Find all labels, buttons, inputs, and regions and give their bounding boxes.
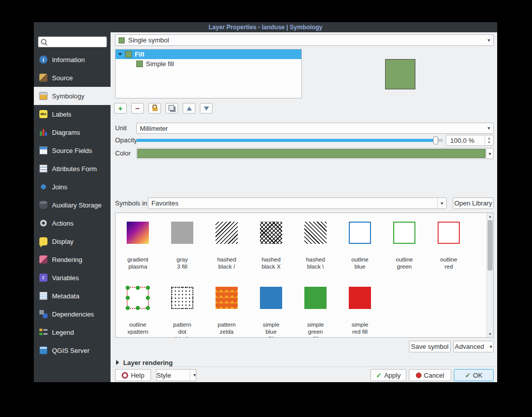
collapsed-arrow-icon[interactable] [116,360,119,365]
symbol-item-gray-3-fill[interactable]: gray 3 fill [160,213,204,278]
sidebar-item-auxiliary-storage[interactable]: Auxiliary Storage [34,196,111,214]
sidebar-item-qgis-server[interactable]: QGIS Server [34,341,111,359]
symbol-label: pattern zelda [204,321,249,335]
sidebar-item-display[interactable]: Display [34,232,111,250]
search-input[interactable] [48,38,104,46]
symbol-layer-toolbar [114,103,212,114]
spin-up-icon[interactable] [488,136,491,140]
grid-scrollbar[interactable] [487,213,493,337]
open-library-button[interactable]: Open Library [453,197,494,209]
symbol-item-gradient-plasma[interactable]: gradient plasma [116,213,160,278]
sidebar-item-label: Actions [52,220,74,227]
advanced-button[interactable]: Advanced [453,341,494,352]
outline-green-preview [393,222,415,244]
layer-rendering-section[interactable]: Layer rendering [111,356,497,369]
chevron-down-icon[interactable] [486,148,493,159]
expander-icon[interactable] [118,53,122,56]
legend-icon [39,328,47,336]
fill-symbol-icon [125,51,132,58]
sidebar-item-information[interactable]: Information [34,50,111,69]
spin-down-icon[interactable] [488,140,491,144]
help-button[interactable]: Help [115,369,151,381]
symbol-item-pattern-zelda[interactable]: pattern zelda [204,278,249,338]
sidebar-item-legend[interactable]: Legend [34,323,111,341]
symbol-item-pattern-dot-black[interactable]: pattern dot black [160,278,204,338]
opacity-slider-handle[interactable] [433,136,438,144]
ok-button[interactable]: OK [454,369,494,381]
opacity-value[interactable]: 100.0 % [446,137,485,144]
sidebar-item-label: Dependencies [52,310,94,318]
sidebar-item-diagrams[interactable]: Diagrams [34,123,111,141]
remove-symbol-layer-button[interactable] [131,103,144,114]
attributes-form-icon [39,165,47,173]
symbol-item-outline-red[interactable]: outline red [427,213,471,278]
sidebar-item-actions[interactable]: Actions [34,214,111,232]
unit-select[interactable]: Millimeter [136,123,494,134]
color-button[interactable] [136,148,494,159]
symbology-icon [39,92,47,100]
symbol-item-simple-blue-fill[interactable]: simple blue fill [249,278,293,338]
sidebar-item-labels[interactable]: Labels [34,105,111,123]
window-body: Information Source Symbology Labels Diag… [34,32,497,382]
renderer-select[interactable]: Single symbol [115,34,494,46]
add-symbol-layer-button[interactable] [114,103,127,114]
display-icon [39,237,47,245]
outline-red-preview [438,222,460,244]
sidebar-item-label: Source [52,74,73,82]
gradient-plasma-preview [127,222,149,244]
hashed-black-x-preview [260,222,282,244]
opacity-label: Opacity [115,135,137,146]
sidebar-item-dependencies[interactable]: Dependencies [34,305,111,323]
move-up-button[interactable] [183,103,195,114]
symbol-label: outline red [427,256,471,270]
sidebar-search[interactable] [38,36,107,47]
opacity-slider[interactable] [136,135,443,146]
symbol-item-outline-xpattern[interactable]: outline xpattern [116,278,160,338]
sidebar-item-joins[interactable]: Joins [34,178,111,196]
sidebar-item-label: Labels [52,111,71,118]
simple-blue-fill-preview [260,287,282,309]
collection-value: Favorites [151,199,178,207]
symbol-item-hashed-black-slash[interactable]: hashed black / [204,213,249,278]
sidebar-item-variables[interactable]: Variables [34,269,111,287]
variables-icon [39,274,47,282]
tree-row-fill[interactable]: Fill [116,49,301,59]
scrollbar-thumb[interactable] [488,220,493,271]
scroll-up-icon[interactable] [487,213,493,220]
opacity-spinbox[interactable]: 100.0 % [446,135,494,146]
symbol-item-simple-red-fill[interactable]: simple red fill [338,278,382,338]
ok-label: OK [473,372,483,379]
hashed-black-backslash-preview [304,222,327,244]
plus-icon [118,105,123,112]
sidebar-item-metadata[interactable]: Metadata [34,287,111,305]
symbol-collection-select[interactable]: Favorites [148,197,447,209]
help-icon [122,372,128,379]
symbol-label: gradient plasma [116,256,160,270]
outline-xpattern-preview [127,287,149,309]
spinbox-arrows[interactable] [485,135,493,145]
style-button[interactable]: Style [156,369,196,381]
tree-row-simple-fill[interactable]: Simple fill [116,59,301,69]
duplicate-symbol-layer-button[interactable] [166,103,178,114]
save-symbol-button[interactable]: Save symbol [409,341,451,352]
lock-colors-button[interactable] [148,103,161,114]
actions-icon [39,219,47,227]
sidebar-item-source-fields[interactable]: Source Fields [34,141,111,160]
pattern-dot-black-preview [171,287,193,309]
sidebar-item-symbology[interactable]: Symbology [34,87,111,105]
symbol-item-hashed-black-x[interactable]: hashed black X [249,213,293,278]
source-fields-icon [39,146,47,154]
sidebar-item-source[interactable]: Source [34,69,111,87]
symbol-item-outline-green[interactable]: outline green [382,213,427,278]
symbol-item-simple-green-fill[interactable]: simple green fill [293,278,338,338]
lock-icon [152,108,157,111]
move-down-button[interactable] [200,103,212,114]
symbol-item-outline-blue[interactable]: outline blue [338,213,382,278]
symbol-label: hashed black \ [293,256,338,270]
cancel-button[interactable]: Cancel [409,369,451,381]
symbol-item-hashed-black-backslash[interactable]: hashed black \ [293,213,338,278]
symbol-cells: gradient plasma gray 3 fill hashed black… [116,213,493,338]
sidebar-item-attributes-form[interactable]: Attributes Form [34,160,111,178]
apply-button[interactable]: Apply [370,369,406,381]
sidebar-item-rendering[interactable]: Rendering [34,250,111,269]
